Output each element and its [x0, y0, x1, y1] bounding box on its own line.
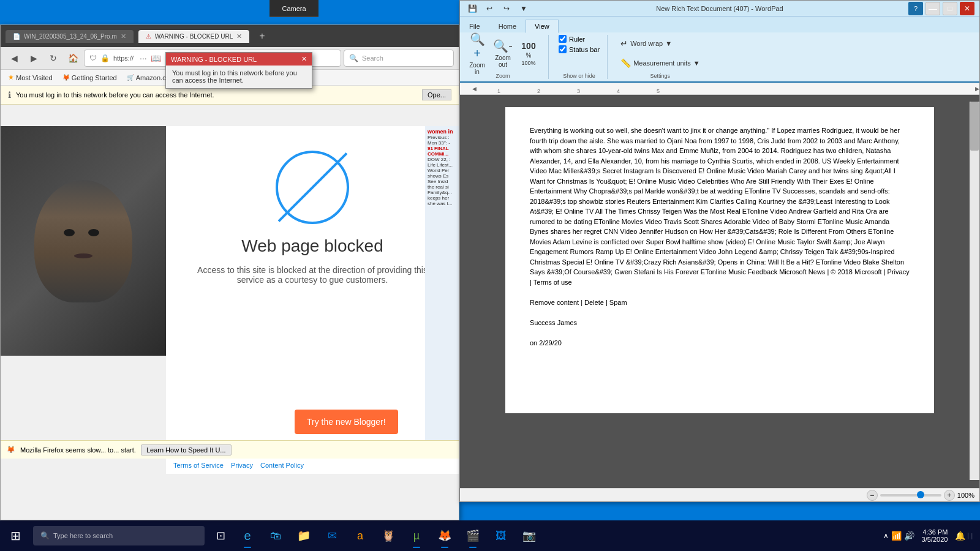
tab-active-close-icon[interactable]: ✕	[236, 32, 242, 40]
measurement-units-button[interactable]: 📏 Measurement units ▼	[617, 54, 703, 72]
privacy-link[interactable]: Privacy	[231, 462, 253, 469]
ribbon-settings-group: ↵ Word wrap ▼ 📏 Measurement units ▼ Sett…	[617, 35, 710, 79]
news-item-5: DOW 22, :	[428, 157, 456, 162]
word-wrap-button[interactable]: ↵ Word wrap ▼	[617, 35, 703, 52]
blogger-button[interactable]: Try the new Blogger!	[295, 410, 398, 434]
firefox-taskbar-icon: 🦊	[438, 529, 451, 542]
tab-home[interactable]: Home	[489, 20, 526, 33]
forward-button[interactable]: ▶	[25, 50, 42, 67]
scrollbar-thumb[interactable]	[970, 102, 979, 151]
status-bar-checkbox-label[interactable]: Status bar	[559, 45, 600, 53]
blocked-popup-body: You must log in to this network before y…	[166, 66, 312, 88]
wordpad-scrollbar[interactable]	[970, 102, 979, 480]
taskbar-app-movie-maker[interactable]: 🎬	[459, 522, 486, 549]
camera-app-label: Camera	[282, 5, 306, 12]
zoom-group-label: Zoom	[496, 72, 510, 79]
reader-view-icon[interactable]: 📖	[151, 53, 161, 63]
qat-undo-button[interactable]: ↩	[482, 2, 497, 15]
qat-redo-button[interactable]: ↪	[499, 2, 514, 15]
firefox-tab-active-label: WARNING - BLOCKED URL	[155, 33, 233, 40]
firefox-tab-inactive-label: WIN_20200305_13_24_06_Pro.m	[24, 33, 117, 40]
store-icon: 🛍	[270, 530, 281, 542]
news-item-10: the real si	[428, 184, 456, 190]
clock-date: 3/5/2020	[922, 536, 948, 543]
wordpad-title: New Rich Text Document (407) - WordPad	[533, 5, 906, 12]
url-options-icon[interactable]: ···	[140, 53, 147, 63]
speed-up-button[interactable]: Learn How to Speed It U...	[141, 444, 232, 455]
taskbar-app-amazon[interactable]: a	[347, 522, 374, 549]
start-button[interactable]: ⊞	[0, 520, 31, 551]
taskbar-app-mail[interactable]: ✉	[318, 522, 345, 549]
notification-center-icon[interactable]: 🔔	[955, 531, 965, 541]
zoom-slider-thumb[interactable]	[917, 491, 924, 498]
bookmark-most-visited[interactable]: ★ Most Visited	[6, 72, 55, 83]
wordpad-close-button[interactable]: ✕	[960, 2, 974, 15]
firefox-slow-bar: 🦊 Mozilla Firefox seems slow... to... st…	[1, 440, 459, 459]
network-tray-icon[interactable]: 📶	[891, 531, 902, 541]
firefox-tab-inactive[interactable]: 📄 WIN_20200305_13_24_06_Pro.m ✕	[6, 30, 134, 43]
wordpad-document-area[interactable]: Everything is working out so well, she d…	[460, 95, 979, 495]
wordpad-ruler: ◀ 1 2 3 4 5 ▶	[460, 83, 979, 95]
new-tab-button[interactable]: +	[254, 28, 270, 44]
mail-icon: ✉	[328, 529, 337, 542]
qat-save-button[interactable]: 💾	[465, 2, 480, 15]
zoom-increase-button[interactable]: +	[944, 490, 955, 501]
wordpad-maximize-button[interactable]: □	[943, 2, 957, 15]
bookmark-getting-started[interactable]: 🦊 Getting Started	[60, 73, 119, 83]
news-item-4: COMMI...	[428, 151, 456, 157]
measurement-dropdown-icon: ▼	[693, 59, 700, 67]
taskbar-app-edge[interactable]: e	[234, 522, 261, 549]
zoom-100-label: 100%	[521, 60, 535, 66]
tab-close-icon[interactable]: ✕	[121, 32, 126, 40]
popup-close-icon[interactable]: ✕	[301, 55, 307, 63]
wordpad-minimize-button[interactable]: —	[925, 2, 940, 15]
firefox-tab-active[interactable]: ⚠ WARNING - BLOCKED URL ✕	[138, 30, 249, 43]
zoom-out-label: Zoom out	[492, 54, 513, 68]
taskbar-app-tripadvisor[interactable]: 🦉	[375, 522, 402, 549]
tab-view[interactable]: View	[526, 20, 559, 33]
taskbar-app-utorrent[interactable]: µ	[403, 522, 430, 549]
ruler-mark-5: 5	[638, 88, 678, 94]
zoom-in-button[interactable]: 🔍+ Zoom in	[465, 37, 489, 70]
terms-of-service-link[interactable]: Terms of Service	[173, 462, 224, 469]
news-sidebar: women in Previous : Mon 33°: - 91 FINAL …	[425, 126, 459, 459]
system-clock[interactable]: 4:36 PM 3/5/2020	[917, 528, 953, 543]
wordpad-help-button[interactable]: ?	[908, 2, 923, 15]
taskbar-app-photos[interactable]: 🖼	[488, 522, 514, 549]
document-text-4: on 2/29/20	[530, 338, 910, 348]
taskbar-app-camera[interactable]: 📷	[516, 522, 543, 549]
wordpad-qat: 💾 ↩ ↪ ▼ New Rich Text Document (407) - W…	[460, 1, 979, 17]
ruler-checkbox-label[interactable]: Ruler	[559, 35, 600, 43]
taskbar-pinned-apps: e 🛍 📁 ✉ a 🦉 µ 🦊	[234, 522, 543, 549]
status-bar-checkbox[interactable]	[559, 45, 567, 53]
zoom-slider[interactable]	[880, 494, 941, 497]
bookmark-getting-started-label: Getting Started	[72, 74, 117, 81]
shield-icon: 🛡	[89, 54, 97, 62]
show-hidden-icon[interactable]: ∧	[883, 531, 889, 540]
bookmark-star-icon: ★	[8, 73, 14, 81]
task-view-button[interactable]: ⊡	[207, 522, 234, 549]
reload-button[interactable]: ↻	[45, 50, 62, 67]
ribbon-show-hide-group: Ruler Status bar Show or hide	[559, 35, 608, 79]
show-desktop-button[interactable]: |	[968, 533, 975, 539]
blocked-popup-title-text: WARNING - BLOCKED URL	[171, 56, 257, 63]
volume-tray-icon[interactable]: 🔊	[904, 531, 914, 541]
wordpad-page[interactable]: Everything is working out so well, she d…	[505, 107, 934, 413]
zoom-decrease-button[interactable]: −	[867, 490, 878, 501]
wordpad-ribbon: File Home View 🔍+ Zoom in 🔍- Zoom ou	[460, 17, 979, 83]
utorrent-icon: µ	[413, 530, 420, 542]
taskbar-app-store[interactable]: 🛍	[262, 522, 289, 549]
ruler-checkbox[interactable]	[559, 35, 567, 43]
back-button[interactable]: ◀	[6, 50, 23, 67]
zoom-out-button[interactable]: 🔍- Zoom out	[491, 37, 515, 70]
taskbar-search-bar[interactable]: 🔍 Type here to search	[33, 526, 205, 545]
notification-action-button[interactable]: Ope...	[422, 89, 451, 100]
content-policy-link[interactable]: Content Policy	[260, 462, 304, 469]
taskbar-app-file-explorer[interactable]: 📁	[290, 522, 317, 549]
zoom-100-button[interactable]: 100 % 100%	[516, 37, 541, 70]
blocked-line	[277, 152, 347, 222]
home-button[interactable]: 🏠	[64, 50, 81, 67]
qat-customize-button[interactable]: ▼	[516, 2, 531, 15]
search-bar[interactable]: 🔍 Search	[344, 50, 454, 67]
taskbar-app-firefox[interactable]: 🦊	[431, 522, 458, 549]
